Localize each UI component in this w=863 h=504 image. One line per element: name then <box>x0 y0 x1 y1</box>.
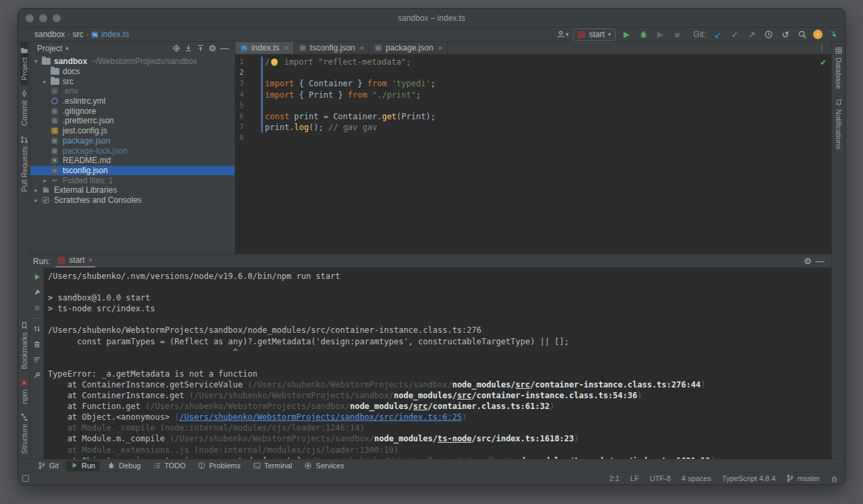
code-with-me-icon[interactable] <box>827 28 839 40</box>
tree-item--gitignore[interactable]: {}.gitignore <box>30 106 235 116</box>
line-separator[interactable]: LF <box>630 474 639 482</box>
caret-position[interactable]: 2:1 <box>609 474 620 482</box>
restore-layout-icon[interactable] <box>32 323 42 334</box>
stripe-item-structure[interactable]: Structure <box>20 408 28 459</box>
tree-item-jest-config-js[interactable]: Jjest.config.js <box>30 126 235 136</box>
clear-icon[interactable] <box>32 339 42 350</box>
run-configuration-select[interactable]: start ▾ <box>573 28 616 41</box>
tree-item-folded-files-1[interactable]: ▸Folded files: 1 <box>30 175 235 185</box>
breadcrumb-file[interactable]: TSindex.ts <box>91 30 129 39</box>
console-line: at Object.<anonymous> (/Users/shubenko/W… <box>48 412 831 422</box>
intention-bulb-icon[interactable] <box>271 59 278 65</box>
editor-tab-package-json[interactable]: {}package.json× <box>369 42 448 54</box>
pin-icon[interactable] <box>32 370 42 381</box>
typescript-version[interactable]: TypeScript 4.8.4 <box>722 474 776 482</box>
lock-icon[interactable] <box>831 475 838 482</box>
hide-panel-icon[interactable]: — <box>218 42 231 55</box>
tool-window-button-services[interactable]: Services <box>299 461 349 471</box>
code-editor[interactable]: 1/ import "reflect-metadata";23import { … <box>235 55 831 254</box>
inspections-ok-icon[interactable]: ✔ <box>820 58 827 67</box>
chevron-down-icon[interactable]: ▾ <box>65 45 69 52</box>
file-encoding[interactable]: UTF-8 <box>650 474 671 482</box>
update-project-icon[interactable]: ↙ <box>712 28 724 40</box>
chevron-right-icon[interactable]: ▸ <box>40 177 49 184</box>
tree-item-sandbox[interactable]: ▾sandbox~/WebstormProjects/sandbox <box>30 57 235 67</box>
expand-all-icon[interactable] <box>182 42 194 55</box>
tree-item--eslintrc-yml[interactable]: .eslintrc.yml <box>30 96 235 106</box>
tree-item-tsconfig-json[interactable]: {}tsconfig.json <box>30 166 235 176</box>
breadcrumb-item[interactable]: sandbox <box>34 30 65 39</box>
gear-icon[interactable]: ⚙ <box>206 42 218 55</box>
tool-window-button-run[interactable]: Run <box>66 461 100 471</box>
close-window-button[interactable] <box>26 14 34 22</box>
breadcrumb-item[interactable]: src <box>73 30 84 39</box>
tree-item-readme-md[interactable]: MREADME.md <box>30 156 235 166</box>
stripe-item-pull-requests[interactable]: Pull Requests <box>20 131 28 197</box>
debug-button[interactable] <box>637 28 649 40</box>
svg-text:TS: TS <box>92 32 97 36</box>
updates-available-icon[interactable]: ↑ <box>813 30 823 39</box>
ide-window: sandbox – index.ts sandbox›src›TSindex.t… <box>18 8 845 485</box>
stripe-item-notifications[interactable]: Notifications <box>835 94 843 154</box>
stop-button[interactable]: ■ <box>671 28 683 40</box>
close-icon[interactable]: × <box>284 44 288 52</box>
tree-item-package-lock-json[interactable]: {}package-lock.json <box>30 146 235 156</box>
close-icon[interactable]: × <box>360 44 364 52</box>
tool-window-button-git[interactable]: Git <box>33 461 63 471</box>
stripe-item-bookmarks[interactable]: Bookmarks <box>20 317 28 374</box>
tree-item-docs[interactable]: docs <box>30 67 235 77</box>
wrench-icon[interactable] <box>32 287 42 298</box>
rollback-icon[interactable]: ↺ <box>779 28 792 40</box>
soft-wrap-icon[interactable] <box>32 354 42 365</box>
tool-window-button-todo[interactable]: TODO <box>148 461 191 471</box>
indent-size[interactable]: 4 spaces <box>682 474 711 482</box>
close-icon[interactable]: × <box>438 44 442 52</box>
chevron-right-icon[interactable]: ▸ <box>32 197 40 203</box>
stack-trace-link[interactable]: /Users/shubenko/WebstormProjects/sandbox… <box>179 412 462 422</box>
git-branch-widget[interactable]: master <box>786 474 820 482</box>
tree-item--env[interactable]: ⋯.env <box>30 86 235 96</box>
minimize-window-button[interactable] <box>39 14 47 22</box>
more-options-icon[interactable]: ⋮ <box>812 42 831 54</box>
tree-item-src[interactable]: ▸src <box>30 76 235 86</box>
commit-check-icon[interactable]: ✓ <box>729 28 741 40</box>
chevron-right-icon[interactable]: ▸ <box>32 187 40 193</box>
tree-item-external-libraries[interactable]: ▸External Libraries <box>30 185 235 195</box>
stripe-item-database[interactable]: Database <box>835 42 843 94</box>
gear-icon[interactable]: ⚙ <box>802 255 814 267</box>
project-panel-title[interactable]: Project <box>37 44 62 53</box>
rerun-icon[interactable] <box>32 272 42 282</box>
maximize-window-button[interactable] <box>53 14 61 22</box>
tab-label: index.ts <box>251 43 279 53</box>
stripe-item-npm[interactable]: nnpm <box>20 374 28 408</box>
stripe-item-project[interactable]: Project <box>20 42 28 85</box>
tool-window-bar: GitRunDebugTODOProblemsTerminalServices <box>18 459 845 472</box>
stripe-item-commit[interactable]: Commit <box>20 85 28 131</box>
console-output[interactable]: /Users/shubenko/.nvm/versions/node/v19.6… <box>44 267 831 459</box>
hide-panel-icon[interactable]: — <box>814 255 826 267</box>
stop-icon[interactable] <box>32 303 42 313</box>
run-tab-start[interactable]: start × <box>55 255 95 267</box>
tool-window-button-terminal[interactable]: Terminal <box>248 461 297 471</box>
tool-window-switcher-icon[interactable] <box>22 475 29 482</box>
run-button[interactable]: ▶ <box>620 28 632 40</box>
tree-item--prettierrc-json[interactable]: {}.prettierrc.json <box>30 116 235 126</box>
chevron-down-icon[interactable]: ▾ <box>32 58 40 65</box>
editor-tab-index-ts[interactable]: TSindex.ts× <box>235 42 294 54</box>
user-icon[interactable]: ▾ <box>556 28 568 40</box>
tree-item-package-json[interactable]: {}package.json <box>30 136 235 146</box>
collapse-all-icon[interactable] <box>194 42 206 55</box>
code-line: 7print.log(); // gav gav <box>235 122 831 133</box>
history-clock-icon[interactable] <box>763 28 775 40</box>
close-icon[interactable]: × <box>88 256 92 264</box>
tree-item-scratches-and-consoles[interactable]: ▸Scratches and Consoles <box>30 195 235 206</box>
push-icon[interactable]: ↗ <box>746 28 758 40</box>
editor-tab-tsconfig-json[interactable]: {}tsconfig.json× <box>294 42 369 54</box>
folder-icon <box>49 68 60 75</box>
tool-window-button-debug[interactable]: Debug <box>102 461 145 471</box>
chevron-right-icon[interactable]: ▸ <box>40 78 49 85</box>
coverage-button[interactable]: ▶ <box>654 28 666 40</box>
locate-file-icon[interactable] <box>170 42 182 55</box>
search-icon[interactable] <box>796 28 808 40</box>
tool-window-button-problems[interactable]: Problems <box>193 461 245 471</box>
